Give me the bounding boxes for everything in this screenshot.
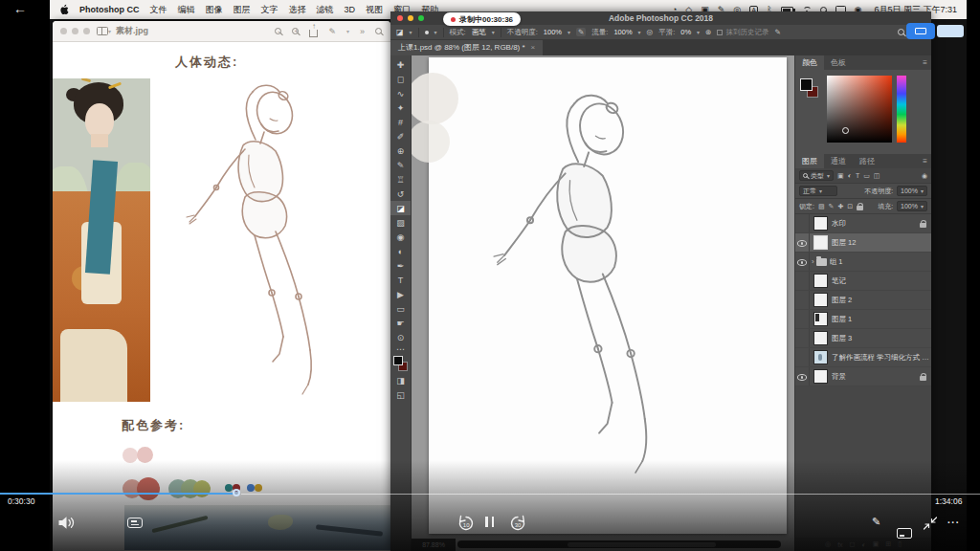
progress-bar-remaining[interactable] bbox=[241, 494, 980, 496]
menu-item-layer[interactable]: 图层 bbox=[234, 4, 251, 16]
apple-logo-icon[interactable] bbox=[59, 4, 69, 15]
adjustment-layer-icon[interactable]: ◐ bbox=[861, 541, 865, 548]
visibility-toggle[interactable] bbox=[795, 348, 810, 366]
brush-tool[interactable]: ✎ bbox=[390, 158, 411, 172]
canvas-area[interactable]: 87.88% bbox=[412, 55, 794, 551]
layer-row-layer2[interactable]: 图层 2 bbox=[795, 291, 931, 310]
lock-paint-icon[interactable]: ✎ bbox=[829, 203, 835, 210]
share-icon[interactable] bbox=[309, 30, 318, 37]
lock-all-icon[interactable] bbox=[857, 203, 863, 210]
layer-thumbnail[interactable] bbox=[814, 313, 827, 325]
opacity-chevron-icon[interactable]: ▾ bbox=[568, 29, 570, 35]
link-layers-icon[interactable]: ◎ bbox=[825, 540, 831, 548]
brush-preset-icon[interactable] bbox=[425, 31, 429, 34]
blend-mode-select[interactable]: 正常▾ bbox=[799, 186, 837, 196]
menu-item-filter[interactable]: 滤镜 bbox=[317, 4, 334, 16]
filter-pin-icon[interactable]: ◉ bbox=[922, 172, 927, 180]
dodge-tool[interactable]: ◐ bbox=[390, 244, 411, 258]
panel-menu-icon[interactable]: ≡ bbox=[923, 58, 927, 67]
hand-tool[interactable]: ☛ bbox=[390, 316, 411, 330]
foreground-color-swatch[interactable] bbox=[800, 78, 813, 91]
toolbar-overflow-icon[interactable]: » bbox=[360, 27, 365, 36]
tab-paths[interactable]: 路径 bbox=[853, 154, 881, 168]
visibility-toggle[interactable] bbox=[795, 329, 810, 347]
lock-transparent-icon[interactable]: ▨ bbox=[818, 203, 825, 210]
lasso-tool[interactable]: ∿ bbox=[390, 86, 411, 100]
zoom-out-icon[interactable]: - bbox=[275, 28, 281, 34]
color-picker-ring[interactable] bbox=[842, 127, 849, 134]
screen-recording-indicator[interactable]: 录制中00:30:36 bbox=[443, 12, 521, 26]
pause-button[interactable] bbox=[485, 517, 494, 527]
layer-row-layer1[interactable]: 图层 1 bbox=[795, 310, 931, 329]
lock-artboard-icon[interactable]: ⊡ bbox=[847, 203, 853, 210]
gradient-tool[interactable]: ▨ bbox=[390, 215, 411, 230]
clone-stamp-tool[interactable]: ♖ bbox=[390, 172, 411, 187]
visibility-toggle[interactable] bbox=[795, 310, 810, 328]
crop-tool[interactable]: # bbox=[390, 115, 411, 129]
layer-thumbnail[interactable] bbox=[814, 217, 827, 230]
visibility-toggle[interactable] bbox=[795, 233, 810, 252]
visibility-toggle[interactable] bbox=[795, 272, 810, 290]
zoom-level-status[interactable]: 87.88% bbox=[412, 539, 456, 551]
layer-row-layer12[interactable]: 图层 12 bbox=[795, 233, 931, 253]
sidebar-toggle-icon[interactable] bbox=[97, 27, 108, 35]
filter-adjust-icon[interactable]: ◐ bbox=[848, 172, 852, 179]
history-brush-tool[interactable]: ↺ bbox=[390, 187, 411, 201]
danmaku-toggle-icon[interactable] bbox=[127, 518, 143, 528]
fill-value[interactable]: 100%▾ bbox=[897, 201, 927, 211]
move-tool[interactable]: ✚ bbox=[390, 57, 411, 72]
tab-layers[interactable]: 图层 bbox=[795, 154, 824, 168]
smoothing-gear-icon[interactable]: ⊛ bbox=[705, 28, 711, 36]
menu-item-3d[interactable]: 3D bbox=[345, 5, 356, 14]
rewind-10-button[interactable]: 10 bbox=[457, 515, 476, 532]
lock-move-icon[interactable]: ✚ bbox=[837, 203, 843, 210]
search-icon[interactable] bbox=[375, 28, 382, 34]
menu-item-type[interactable]: 文字 bbox=[261, 4, 278, 16]
menu-item-edit[interactable]: 编辑 bbox=[178, 4, 195, 16]
brush-preset-chevron-icon[interactable]: ▾ bbox=[434, 29, 437, 35]
markup-chevron-icon[interactable]: ▾ bbox=[346, 28, 349, 34]
visibility-toggle[interactable] bbox=[795, 291, 810, 309]
more-options-button[interactable]: ··· bbox=[947, 518, 960, 528]
layer-mask-icon[interactable]: ◻ bbox=[850, 540, 856, 548]
layer-thumbnail[interactable] bbox=[814, 236, 827, 249]
menu-item-select[interactable]: 选择 bbox=[289, 4, 306, 16]
filter-smart-icon[interactable]: ◫ bbox=[874, 172, 880, 180]
blur-tool[interactable]: ◉ bbox=[390, 230, 411, 244]
notes-pencil-button[interactable]: ✎ bbox=[872, 516, 880, 528]
path-select-tool[interactable]: ▶ bbox=[390, 287, 411, 301]
layer-row-layer3[interactable]: 图层 3 bbox=[795, 329, 931, 348]
visibility-toggle[interactable] bbox=[795, 253, 810, 271]
back-button[interactable]: ← bbox=[13, 1, 27, 16]
markup-pencil-icon[interactable]: ✎ bbox=[328, 27, 336, 36]
layer-row-watermark[interactable]: 水印 bbox=[795, 214, 931, 233]
erase-history-checkbox[interactable] bbox=[717, 30, 723, 35]
healing-tool[interactable]: ⊕ bbox=[390, 143, 411, 158]
filter-pixel-icon[interactable]: ▣ bbox=[837, 172, 844, 180]
saturation-brightness-field[interactable] bbox=[827, 76, 892, 143]
layer-thumbnail[interactable] bbox=[814, 351, 827, 364]
pressure-size-icon[interactable]: ✎ bbox=[774, 28, 780, 36]
scrollbar-thumb[interactable] bbox=[568, 542, 716, 547]
mode-value[interactable]: 画笔 bbox=[472, 28, 486, 37]
eraser-tool[interactable]: ◪ bbox=[390, 201, 411, 215]
filter-type-icon[interactable]: T bbox=[856, 172, 859, 179]
group-disclosure-icon[interactable]: › bbox=[812, 257, 814, 266]
pen-tool[interactable]: ✒ bbox=[390, 258, 411, 273]
flow-chevron-icon[interactable]: ▾ bbox=[638, 29, 641, 35]
document-tab[interactable]: 上课1.psd @ 88% (图层 12, RGB/8) * × bbox=[390, 40, 543, 55]
marquee-tool[interactable]: ◻ bbox=[390, 72, 411, 86]
layer-row-tutorial[interactable]: 了解作画流程 学习细化方式 … bbox=[795, 348, 931, 367]
progress-playhead[interactable] bbox=[233, 489, 240, 496]
filter-kind-select[interactable]: 类型▾ bbox=[799, 170, 834, 181]
volume-icon[interactable] bbox=[57, 516, 76, 530]
visibility-toggle[interactable] bbox=[795, 214, 810, 232]
new-group-icon[interactable]: ▣ bbox=[873, 540, 880, 548]
menu-item-file[interactable]: 文件 bbox=[150, 4, 167, 16]
panel-opacity-value[interactable]: 100%▾ bbox=[897, 186, 927, 196]
tool-preset-chevron-icon[interactable]: ▾ bbox=[410, 29, 412, 35]
tab-swatches[interactable]: 色板 bbox=[824, 55, 853, 70]
sidebar-chevron-icon[interactable]: ▾ bbox=[108, 28, 111, 34]
recorder-app-icon[interactable] bbox=[906, 23, 935, 39]
subtitle-button[interactable] bbox=[897, 528, 912, 539]
